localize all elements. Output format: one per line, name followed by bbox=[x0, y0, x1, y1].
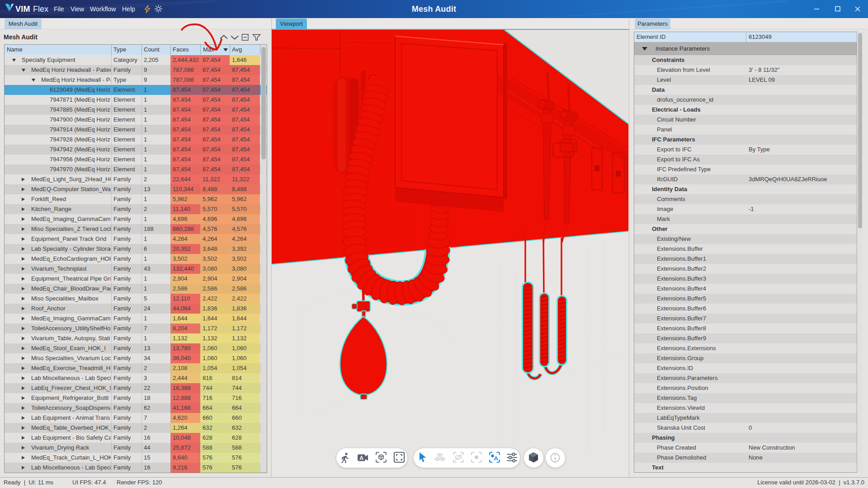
svg-text:A: A bbox=[359, 455, 363, 461]
svg-text:A: A bbox=[494, 455, 498, 462]
